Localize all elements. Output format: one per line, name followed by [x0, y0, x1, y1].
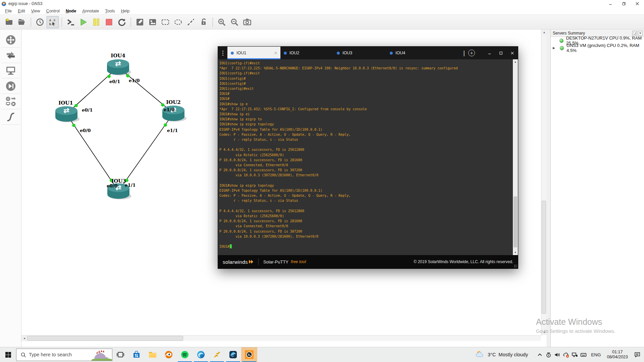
canvas-horizontal-scrollbar[interactable]: ◄	[21, 335, 541, 341]
task-view-icon[interactable]	[112, 347, 128, 362]
server-row[interactable]: ▶ GNS3 VM (gns3vm) CPU 0.2%, RAM 4.5%	[551, 44, 644, 52]
screenshot-button[interactable]	[241, 16, 253, 28]
onedrive-offline-icon[interactable]	[561, 347, 570, 362]
show-interface-labels-button[interactable]: acb	[47, 16, 59, 28]
tab-label: IOU4	[395, 51, 405, 55]
terminal-scroll-down-icon[interactable]: ▼	[513, 250, 518, 255]
start-button[interactable]	[0, 347, 16, 362]
network-icon[interactable]	[570, 347, 579, 362]
zoom-out-button[interactable]	[228, 16, 240, 28]
draw-line-button[interactable]	[185, 16, 197, 28]
terminal-tab-iou4[interactable]: IOU4	[386, 47, 439, 59]
spotify-icon[interactable]	[177, 347, 193, 362]
reload-button[interactable]	[116, 16, 128, 28]
terminal-line: EIGRP-IPv4 Topology Table for AS(100)/ID…	[219, 188, 511, 193]
clock-date: 08/04/2023	[607, 355, 628, 360]
taskbar-search[interactable]	[16, 349, 112, 361]
terminal-line: EIGRP-IPv4 Topology Table for AS(100)/ID…	[219, 127, 511, 132]
add-note-button[interactable]	[134, 16, 146, 28]
terminal-close-button[interactable]	[506, 47, 518, 59]
menu-tools[interactable]: Tools	[102, 8, 118, 14]
wireshark-icon[interactable]	[225, 347, 241, 362]
router-IOU1[interactable]: ⇄	[55, 106, 79, 122]
connection-arrows-icon[interactable]	[209, 347, 225, 362]
search-highlight-image[interactable]	[92, 349, 112, 361]
close-button[interactable]	[631, 0, 644, 7]
toolbar-separator	[60, 17, 63, 27]
terminal-tab-iou3[interactable]: IOU3	[333, 47, 386, 59]
minimize-button[interactable]	[604, 0, 617, 7]
terminal-line: P 4.4.4.4/32, 1 successors, FD is 256128…	[219, 147, 511, 152]
scroll-down-arrow[interactable]: ▼	[541, 329, 547, 335]
menu-annotate[interactable]: Annotate	[79, 8, 102, 14]
microsoft-store-icon[interactable]	[128, 347, 145, 362]
router-IOU4[interactable]: ⇄	[107, 59, 131, 75]
insert-picture-button[interactable]	[147, 16, 159, 28]
tabbar-separator: |	[463, 50, 465, 57]
node-label-IOU2: IOU2	[166, 99, 181, 105]
lock-button[interactable]	[198, 16, 210, 28]
menu-control[interactable]: Control	[43, 8, 63, 14]
close-panel-icon[interactable]: ✕	[638, 31, 643, 36]
taskbar-clock[interactable]: 01:17 08/04/2023	[604, 350, 631, 360]
menu-edit[interactable]: Edit	[15, 8, 28, 14]
touch-keyboard-icon[interactable]	[579, 347, 588, 362]
expand-arrow-icon[interactable]: ▶	[553, 46, 557, 50]
terminal-tab-iou1[interactable]: IOU1 ×	[227, 47, 280, 59]
terminal-scroll-thumb[interactable]	[514, 196, 517, 247]
menu-node[interactable]: Node	[63, 8, 79, 14]
scroll-left-arrow[interactable]: ◄	[21, 336, 27, 341]
dock-splitter[interactable]	[546, 29, 550, 347]
routers-button[interactable]	[1, 32, 20, 48]
solar-putty-icon[interactable]: >	[241, 347, 257, 362]
zoom-in-button[interactable]	[216, 16, 228, 28]
draw-rectangle-button[interactable]	[159, 16, 171, 28]
maximize-button[interactable]	[617, 0, 631, 7]
new-project-button[interactable]	[3, 16, 15, 28]
terminal-tab-iou2[interactable]: IOU2	[280, 47, 333, 59]
vertical-scroll-thumb[interactable]	[542, 201, 546, 314]
terminal-minimize-button[interactable]	[484, 47, 495, 59]
terminal-line: IOU1#show ip eigrp topology	[219, 122, 511, 127]
end-devices-button[interactable]	[1, 63, 20, 78]
search-input[interactable]	[29, 352, 92, 357]
terminal-maximize-button[interactable]	[495, 47, 506, 59]
terminal-screen[interactable]: IOU1(config-if)#exit*Apr 7 22:17:13.225:…	[218, 59, 518, 255]
suspend-button[interactable]	[90, 16, 102, 28]
weather-widget[interactable]: 3°C Mostly cloudy	[475, 350, 531, 359]
add-link-button[interactable]	[1, 109, 20, 125]
menu-help[interactable]: Help	[118, 8, 132, 14]
float-panel-icon[interactable]: ❏	[632, 31, 637, 36]
scroll-up-arrow[interactable]: ▲	[541, 29, 547, 35]
terminal-scroll-up-icon[interactable]: ▲	[513, 59, 518, 64]
file-explorer-icon[interactable]	[145, 347, 161, 362]
menu-view[interactable]: View	[28, 8, 43, 14]
switches-button[interactable]	[1, 48, 20, 63]
tab-close-icon[interactable]: ×	[274, 50, 277, 56]
link-IOU1-IOU4[interactable]	[66, 67, 118, 114]
new-tab-icon[interactable]: +	[468, 50, 475, 56]
terminal-scrollbar[interactable]: ▲ ▼	[513, 59, 518, 255]
stop-button[interactable]	[103, 16, 115, 28]
blender-icon[interactable]	[161, 347, 177, 362]
start-button[interactable]	[77, 16, 90, 28]
windows-update-icon[interactable]	[544, 347, 553, 362]
menu-file[interactable]: File	[2, 8, 15, 14]
all-devices-button[interactable]	[1, 94, 20, 109]
snapshot-button[interactable]	[34, 16, 46, 28]
security-devices-button[interactable]	[1, 78, 20, 94]
microsoft-edge-icon[interactable]	[193, 347, 209, 362]
canvas-vertical-scrollbar[interactable]: ▲ ▼	[541, 29, 546, 335]
session-status-dot	[284, 52, 287, 55]
chevron-up-icon[interactable]	[535, 347, 544, 362]
language-indicator[interactable]: ENG	[588, 352, 604, 357]
speaker-icon[interactable]	[553, 347, 561, 362]
terminal-menu-icon[interactable]	[218, 47, 227, 59]
horizontal-scroll-thumb[interactable]	[27, 336, 183, 341]
port-status-dot	[164, 123, 167, 127]
action-center-icon[interactable]	[631, 347, 644, 362]
draw-ellipse-button[interactable]	[172, 16, 184, 28]
resize-grip[interactable]	[514, 264, 517, 268]
console-connect-button[interactable]	[65, 16, 77, 28]
open-project-button[interactable]	[16, 16, 28, 28]
